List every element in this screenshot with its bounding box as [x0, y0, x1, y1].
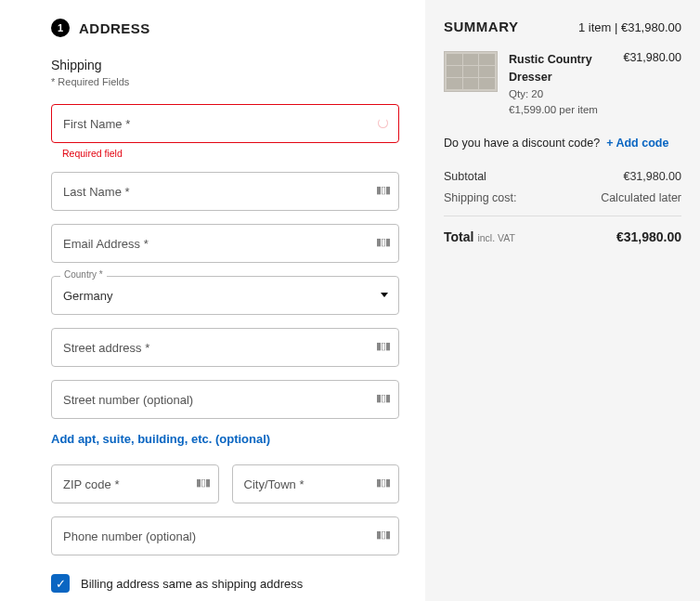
phone-field: ▮▯▮ — [51, 516, 399, 555]
autofill-icon: ▮▯▮ — [376, 184, 390, 196]
country-select[interactable]: Germany — [51, 276, 399, 315]
loading-spinner-icon — [378, 118, 388, 128]
autofill-icon: ▮▯▮ — [376, 529, 390, 541]
city-input[interactable] — [232, 464, 400, 503]
billing-same-checkbox[interactable]: ✓ — [51, 574, 70, 593]
zip-field: ▮▯▮ — [51, 464, 219, 503]
street-number-input[interactable] — [51, 380, 399, 419]
street-number-field: ▮▯▮ — [51, 380, 399, 419]
total-label: Totalincl. VAT — [444, 229, 515, 244]
country-label: Country * — [60, 269, 107, 280]
first-name-field: Required field — [51, 104, 399, 159]
autofill-icon: ▮▯▮ — [196, 477, 210, 489]
subtotal-label: Subtotal — [444, 170, 486, 183]
add-discount-link[interactable]: + Add code — [606, 137, 668, 150]
product-line-price: €31,980.00 — [623, 51, 681, 118]
billing-same-label: Billing address same as shipping address — [81, 577, 303, 591]
phone-input[interactable] — [51, 516, 399, 555]
product-unit-price: €1,599.00 per item — [509, 102, 612, 118]
summary-title: SUMMARY — [444, 19, 518, 34]
step-number-badge: 1 — [51, 19, 70, 37]
city-field: ▮▯▮ — [232, 464, 400, 503]
shipping-heading: Shipping — [51, 58, 399, 72]
chevron-down-icon — [381, 293, 388, 297]
billing-same-row: ✓ Billing address same as shipping addre… — [51, 574, 399, 593]
autofill-icon: ▮▯▮ — [376, 236, 390, 248]
street-input[interactable] — [51, 328, 399, 367]
last-name-input[interactable] — [51, 172, 399, 211]
first-name-error: Required field — [62, 148, 399, 159]
cart-item: Rustic Country Dresser Qty: 20 €1,599.00… — [444, 51, 681, 118]
product-thumbnail — [444, 51, 498, 92]
autofill-icon: ▮▯▮ — [376, 392, 390, 404]
product-name: Rustic Country Dresser — [509, 51, 612, 86]
discount-row: Do you have a discount code? + Add code — [444, 137, 681, 150]
country-field: Country * Germany — [51, 276, 399, 315]
incl-vat-note: incl. VAT — [477, 232, 514, 243]
last-name-field: ▮▯▮ — [51, 172, 399, 211]
step-title: ADDRESS — [79, 20, 150, 36]
shipping-cost-label: Shipping cost: — [444, 191, 517, 204]
total-value: €31,980.00 — [616, 229, 681, 244]
first-name-input[interactable] — [51, 104, 399, 143]
autofill-icon: ▮▯▮ — [376, 477, 390, 489]
email-input[interactable] — [51, 224, 399, 263]
product-qty: Qty: 20 — [509, 86, 612, 102]
summary-panel: SUMMARY 1 item | €31,980.00 Rustic Count… — [425, 0, 700, 601]
email-field: ▮▯▮ — [51, 224, 399, 263]
discount-question: Do you have a discount code? — [444, 137, 600, 150]
step-header: 1 ADDRESS — [51, 19, 399, 37]
shipping-cost-value: Calculated later — [601, 191, 681, 204]
subtotal-value: €31,980.00 — [623, 170, 681, 183]
checkmark-icon: ✓ — [56, 577, 66, 591]
summary-divider — [444, 216, 681, 216]
address-form-section: 1 ADDRESS Shipping * Required Fields Req… — [0, 0, 425, 601]
summary-count: 1 item | €31,980.00 — [578, 20, 681, 34]
street-field: ▮▯▮ — [51, 328, 399, 367]
zip-input[interactable] — [51, 464, 219, 503]
autofill-icon: ▮▯▮ — [376, 340, 390, 352]
required-fields-note: * Required Fields — [51, 76, 399, 87]
add-apt-link[interactable]: Add apt, suite, building, etc. (optional… — [51, 432, 399, 446]
